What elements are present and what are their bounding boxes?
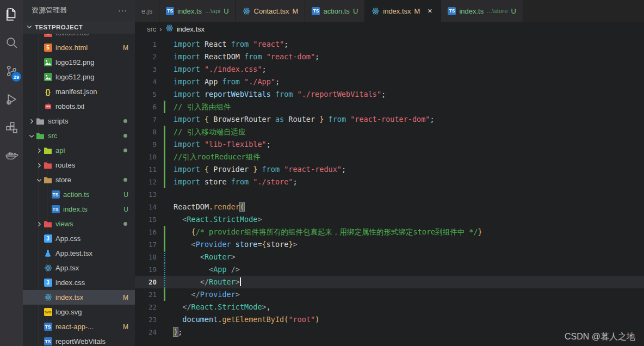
line-number: 9: [135, 138, 163, 151]
file-name: robots.txt: [55, 102, 84, 110]
file-tree-item[interactable]: store: [23, 172, 135, 187]
file-tree-item[interactable]: TSreportWebVitals: [23, 334, 135, 346]
line-number: 21: [135, 288, 163, 301]
code-line[interactable]: 3import "./index.css";: [135, 63, 644, 76]
git-gutter-indicator: [163, 176, 167, 188]
code-line[interactable]: 18 <Router>: [135, 251, 644, 263]
file-tree-item[interactable]: favicon.ico: [23, 34, 135, 40]
file-tree-item[interactable]: views: [23, 217, 135, 231]
line-number: 6: [135, 101, 163, 113]
flask-icon: [43, 249, 53, 258]
file-tree-item[interactable]: robots.txt: [23, 99, 135, 114]
code-text: document.getElementById("root"): [167, 313, 644, 326]
chevron-right-icon[interactable]: [35, 220, 43, 228]
file-tree-item[interactable]: SVGlogo.svg: [23, 305, 135, 319]
file-tree-item[interactable]: routes: [23, 158, 135, 172]
chevron-down-icon[interactable]: [27, 132, 35, 140]
tab-index.ts[interactable]: TSindex.ts...\apiU: [159, 0, 236, 22]
line-number: 23: [135, 313, 163, 326]
code-text: </React.StrictMode>,: [167, 301, 644, 313]
chevron-down-icon[interactable]: [35, 176, 43, 184]
chevron-right-icon[interactable]: [27, 117, 35, 125]
code-line[interactable]: 17 <Provider store={store}>: [135, 238, 644, 251]
breadcrumb-file[interactable]: index.tsx: [177, 25, 205, 33]
code-line[interactable]: 16 {/* provider组件将所有的组件包裹起来，用绑定属性的形式绑定st…: [135, 226, 644, 238]
file-tree-item[interactable]: logo192.png: [23, 55, 135, 70]
code-line[interactable]: 2import ReactDOM from "react-dom";: [135, 51, 644, 63]
file-tree-item[interactable]: {}manifest.json: [23, 84, 135, 99]
file-tree-item[interactable]: TSreact-app-...M: [23, 319, 135, 334]
more-actions-icon[interactable]: ···: [118, 6, 127, 15]
explorer-icon[interactable]: [0, 0, 23, 28]
extensions-icon[interactable]: [0, 113, 23, 141]
file-name: App.css: [55, 234, 81, 243]
ts-icon: TS: [43, 337, 53, 346]
file-tree-item[interactable]: 5index.htmlM: [23, 40, 135, 55]
file-tree-item[interactable]: App.tsx: [23, 261, 135, 275]
close-icon[interactable]: ×: [425, 7, 434, 15]
file-name: reportWebVitals: [55, 337, 106, 345]
code-line[interactable]: 11import { Provider } from "react-redux"…: [135, 163, 644, 176]
code-text: import "./index.css";: [167, 63, 644, 76]
tab-Contact.tsx[interactable]: Contact.tsxM: [236, 0, 306, 22]
file-tree-item[interactable]: src: [23, 128, 135, 143]
line-number: 22: [135, 301, 163, 313]
code-line[interactable]: 12import store from "./store";: [135, 176, 644, 188]
code-line[interactable]: 7import { BrowserRouter as Router } from…: [135, 113, 644, 126]
file-name: logo.svg: [55, 308, 82, 316]
file-tree-item[interactable]: 3App.css: [23, 231, 135, 246]
project-root-row[interactable]: TESTPROJECT: [23, 21, 135, 34]
file-tree-item[interactable]: index.tsxM: [23, 290, 135, 305]
source-control-icon[interactable]: 29: [0, 57, 23, 85]
folder-src-icon: [35, 132, 45, 140]
gutter: [163, 51, 167, 63]
code-editor[interactable]: 1import React from "react";2import React…: [135, 38, 644, 346]
code-line[interactable]: 15 <React.StrictMode>: [135, 213, 644, 226]
file-tree-item[interactable]: App.test.tsx: [23, 246, 135, 261]
tab-index.tsx[interactable]: index.tsxM×: [365, 0, 441, 22]
file-tree-item[interactable]: api: [23, 143, 135, 158]
chevron-right-icon[interactable]: [35, 161, 43, 169]
code-line[interactable]: 8// 引入移动端自适应: [135, 126, 644, 138]
run-debug-icon[interactable]: [0, 85, 23, 113]
favicon-icon: [43, 34, 53, 38]
docker-icon[interactable]: [0, 141, 23, 170]
chevron-right-icon[interactable]: [35, 146, 43, 155]
file-tree-item[interactable]: logo512.png: [23, 70, 135, 84]
breadcrumb[interactable]: src › index.tsx: [135, 22, 644, 36]
breadcrumb-folder[interactable]: src: [147, 25, 156, 33]
file-tree-item[interactable]: 3index.css: [23, 275, 135, 290]
code-line[interactable]: 1import React from "react";: [135, 38, 644, 51]
tab-action.ts[interactable]: TSaction.tsU: [305, 0, 365, 22]
code-line[interactable]: 4import App from "./App";: [135, 76, 644, 88]
react-icon: [243, 7, 251, 15]
file-tree-item[interactable]: TSaction.tsU: [23, 187, 135, 202]
file-name: favicon.ico: [55, 34, 89, 37]
code-line[interactable]: 9import "lib-flexible";: [135, 138, 644, 151]
code-line[interactable]: 21 </Provider>: [135, 288, 644, 301]
code-line[interactable]: 6// 引入路由组件: [135, 101, 644, 113]
html-icon: 5: [43, 44, 53, 52]
ts-icon: TS: [312, 7, 320, 15]
git-gutter-indicator: [163, 251, 167, 263]
code-line[interactable]: 14ReactDOM.render(: [135, 201, 644, 213]
code-line[interactable]: 5import reportWebVitals from "./reportWe…: [135, 88, 644, 101]
search-icon[interactable]: [0, 28, 23, 57]
file-tree-item[interactable]: scripts: [23, 114, 135, 128]
git-gutter-indicator: [163, 276, 167, 288]
code-line[interactable]: 13: [135, 188, 644, 201]
code-line[interactable]: 10//引入rootReducer组件: [135, 151, 644, 163]
chevron-right-icon: ›: [159, 25, 162, 33]
code-text: import store from "./store";: [167, 176, 644, 188]
tab-index.ts[interactable]: TSindex.ts...\storeU: [441, 0, 523, 22]
code-line[interactable]: 20 </Router>: [135, 276, 644, 288]
code-line[interactable]: 19 <App />: [135, 263, 644, 276]
file-tree-item[interactable]: TSindex.tsU: [23, 202, 135, 217]
code-text: import { Provider } from "react-redux";: [167, 163, 644, 176]
code-line[interactable]: 23 document.getElementById("root"): [135, 313, 644, 326]
code-line[interactable]: 22 </React.StrictMode>,: [135, 301, 644, 313]
line-number: 24: [135, 326, 163, 338]
line-number: 17: [135, 238, 163, 251]
gutter: [163, 63, 167, 76]
tab-e.js[interactable]: e.js: [135, 0, 159, 22]
